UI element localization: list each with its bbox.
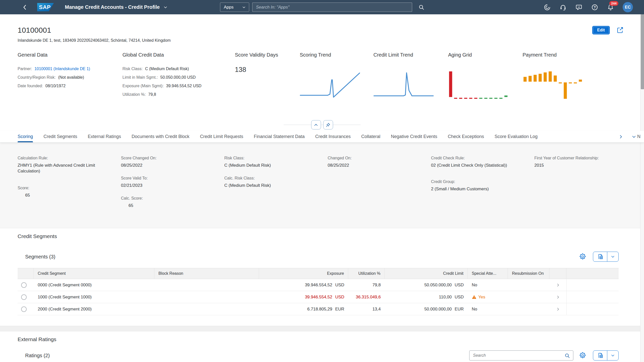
section-external-ratings: External Ratings Ratings (2) <box>0 331 644 362</box>
row-radio-button[interactable] <box>21 294 27 300</box>
field-label: Changed On: <box>328 156 418 160</box>
tab-score-evaluation-log[interactable]: Score Evaluation Log <box>495 131 538 142</box>
search-icon[interactable] <box>564 352 571 359</box>
section-scoring: Calculation Rule:ZHMY1 (Rule with Advanc… <box>0 143 644 228</box>
collapse-header-button[interactable] <box>311 120 321 129</box>
utilization-cell: 13,4 <box>348 303 385 315</box>
column-header[interactable]: Resubmission On <box>508 268 549 279</box>
tab-collateral[interactable]: Collateral <box>361 131 380 142</box>
table-row[interactable]: 0000 (Credit Segment 0000) 39.946.554,52… <box>18 279 619 291</box>
field-value: ZHMY1 (Rule with Advanced Credit Limit C… <box>18 163 106 174</box>
field-value: C (Medium Default Risk) <box>145 67 189 71</box>
field-label: Exposure (Main Sgmt): <box>122 84 164 88</box>
tab-credit-segments[interactable]: Credit Segments <box>44 131 77 142</box>
tab-credit-limit-requests[interactable]: Credit Limit Requests <box>200 131 243 142</box>
ratings-search-input[interactable] <box>469 350 573 360</box>
block-reason-cell <box>154 303 259 315</box>
back-icon[interactable] <box>21 2 29 12</box>
column-header[interactable]: Exposure <box>259 268 348 279</box>
utilization-cell: 79,8 <box>348 279 385 291</box>
table-row[interactable]: 2000 (Credit Segment 2000) 6.718.805,29E… <box>18 303 619 315</box>
shell-search-input[interactable] <box>252 3 412 12</box>
exposure-cell: 39.946.554,52USD <box>259 291 348 303</box>
tab-check-exceptions[interactable]: Check Exceptions <box>448 131 484 142</box>
row-navigation-chevron-icon[interactable] <box>556 283 560 287</box>
facet-score-validity-days: Score Validity Days 138 <box>235 52 300 99</box>
payment-trend-chart <box>523 71 583 99</box>
column-header[interactable]: Block Reason <box>154 268 259 279</box>
credit-limit-cell: 50.000.000,00EUR <box>385 303 468 315</box>
tab-credit-insurances[interactable]: Credit Insurances <box>315 131 351 142</box>
select-column-header <box>18 268 34 279</box>
field-label: Date founded: <box>18 84 43 88</box>
field-label: Calc. Risk Class: <box>224 176 315 180</box>
facet-title: General Data <box>18 52 122 58</box>
facet-title: Global Credit Data <box>122 52 235 58</box>
pin-header-button[interactable] <box>323 120 333 129</box>
facet-payment-trend: Payment Trend <box>523 52 598 99</box>
tab-financial-statement-data[interactable]: Financial Statement Data <box>254 131 305 142</box>
tab-documents-with-credit-block[interactable]: Documents with Credit Block <box>132 131 189 142</box>
app-title-menu[interactable]: Manage Credit Accounts - Credit Profile <box>65 4 168 10</box>
facet-scoring-trend: Scoring Trend <box>300 52 373 99</box>
tab-external-ratings[interactable]: External Ratings <box>88 131 121 142</box>
column-header[interactable]: Credit Segment <box>34 268 154 279</box>
facet-credit-limit-trend: Credit Limit Trend <box>373 52 448 99</box>
row-radio-button[interactable] <box>21 282 27 288</box>
field-label: Calculation Rule: <box>18 156 108 160</box>
field-label: Score: <box>18 186 108 190</box>
feedback-chat-icon[interactable] <box>575 3 583 12</box>
tabs-overflow-icon[interactable] <box>631 134 636 139</box>
header-facets: General Data Partner:10100001 (Inlandsku… <box>18 52 598 99</box>
sap-logo: SAP <box>37 3 54 11</box>
table-settings-gear-icon[interactable] <box>579 351 587 360</box>
table-row[interactable]: 1000 (Credit Segment 1000) 39.946.554,52… <box>18 291 619 303</box>
tabs-scroll-right-icon[interactable] <box>618 134 623 139</box>
row-navigation-chevron-icon[interactable] <box>556 295 560 299</box>
resubmission-cell <box>508 279 549 291</box>
export-spreadsheet-icon[interactable] <box>593 351 607 360</box>
field-value: 08/25/2022 <box>328 163 418 168</box>
field-value: (Not available) <box>58 75 84 79</box>
copilot-icon[interactable] <box>543 3 551 12</box>
scrollbar-track[interactable] <box>640 14 644 362</box>
row-radio-button[interactable] <box>21 306 27 312</box>
row-navigation-chevron-icon[interactable] <box>556 307 560 311</box>
table-settings-gear-icon[interactable] <box>579 252 587 261</box>
search-icon[interactable] <box>417 3 426 12</box>
notifications-bell-icon[interactable]: 244 <box>607 3 614 12</box>
facet-global-credit-data: Global Credit Data Risk Class:C (Medium … <box>122 52 235 99</box>
column-header <box>566 268 619 279</box>
avatar[interactable]: EC <box>623 2 633 12</box>
object-page-header: 10100001 Inlandskunde DE 1, test, 183409… <box>0 14 644 131</box>
help-icon[interactable]: ? <box>591 3 598 12</box>
column-header[interactable]: Special Atte... <box>468 268 508 279</box>
field-label: Credit Group: <box>431 179 522 184</box>
tab-scoring[interactable]: Scoring <box>18 131 33 142</box>
tab-negative-credit-events[interactable]: Negative Credit Events <box>391 131 437 142</box>
exposure-cell: 6.718.805,29EUR <box>259 303 348 315</box>
search-scope-select[interactable]: Apps <box>220 3 249 12</box>
tab-truncated[interactable]: N <box>637 131 640 142</box>
export-spreadsheet-icon[interactable] <box>593 252 607 261</box>
block-reason-cell <box>154 279 259 291</box>
export-menu-chevron-icon[interactable] <box>607 351 618 360</box>
column-header[interactable]: Credit Limit <box>385 268 468 279</box>
support-headset-icon[interactable] <box>559 3 567 12</box>
column-header[interactable]: Utilization % <box>348 268 385 279</box>
anchor-tab-bar: Scoring Credit Segments External Ratings… <box>0 131 644 143</box>
field-value: 02 (Credit Limit Check Only (Statistical… <box>431 163 514 168</box>
share-icon[interactable] <box>616 26 624 34</box>
scrollbar-thumb[interactable] <box>641 14 644 89</box>
partner-link[interactable]: 10100001 (Inlandskunde DE 1) <box>34 67 90 71</box>
chart-title: Scoring Trend <box>300 52 373 58</box>
facet-general-data: General Data Partner:10100001 (Inlandsku… <box>18 52 122 99</box>
export-menu-chevron-icon[interactable] <box>607 252 618 261</box>
field-label: Credit Check Rule: <box>431 156 522 160</box>
pin-icon <box>326 122 331 127</box>
facet-title: Score Validity Days <box>235 52 300 58</box>
block-reason-cell <box>154 291 259 303</box>
exposure-cell: 39.946.554,52USD <box>259 279 348 291</box>
field-label: Utilization %: <box>122 92 146 97</box>
edit-button[interactable]: Edit <box>592 26 610 34</box>
